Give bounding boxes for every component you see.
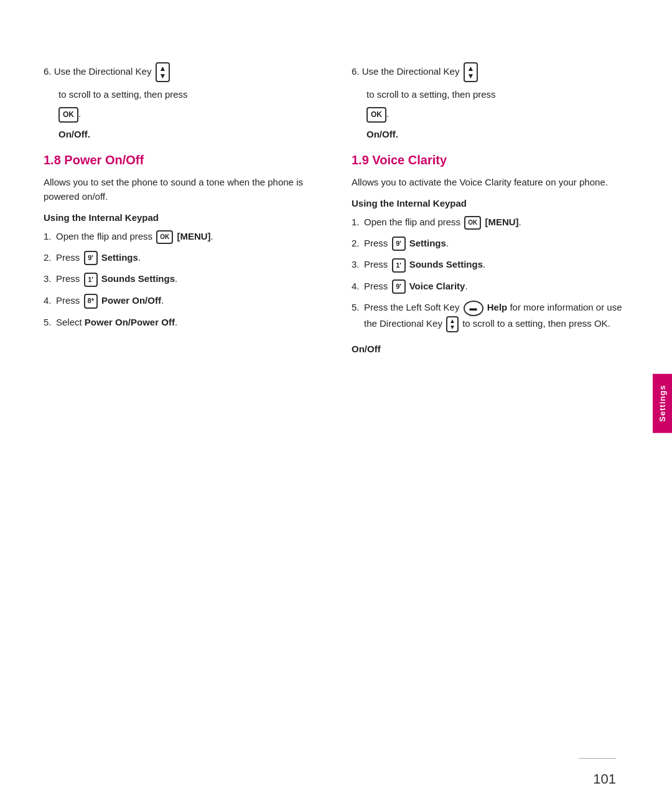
left-step-4: 4. Press 8* Power On/Off. <box>44 293 320 309</box>
divider-line <box>579 758 616 759</box>
directional-key-icon-left-intro: ▲▼ <box>156 62 170 82</box>
directional-key-icon-right-5: ▲▼ <box>446 316 459 332</box>
right-step-5: 5. Press the Left Soft Key ▬ Help for mo… <box>352 300 628 332</box>
ok-key-right-5: OK <box>594 318 608 329</box>
ok-key-left-intro: OK <box>58 107 78 123</box>
left-section-heading: 1.8 Power On/Off <box>44 153 320 167</box>
right-intro-onoff: On/Off. <box>366 129 628 139</box>
directional-key-icon-right-intro: ▲▼ <box>464 62 478 82</box>
right-intro-ok: OK. <box>366 106 628 122</box>
key-8-left-4: 8* <box>84 294 98 308</box>
left-soft-key-icon: ▬ <box>464 301 483 316</box>
left-step-3: 3. Press 1' Sounds Settings. <box>44 271 320 287</box>
right-step-4: 4. Press 9' Voice Clarity. <box>352 279 628 294</box>
left-intro-step6b: to scroll to a setting, then press <box>58 87 320 101</box>
left-intro-onoff: On/Off. <box>58 129 320 139</box>
right-section-desc: Allows you to activate the Voice Clarity… <box>352 175 628 189</box>
left-step-2: 2. Press 9' Settings. <box>44 250 320 266</box>
right-step-3: 3. Press 1' Sounds Settings. <box>352 257 628 273</box>
left-subsection-heading: Using the Internal Keypad <box>44 212 320 223</box>
page-number: 101 <box>0 765 672 787</box>
ok-key-right-intro: OK <box>366 107 386 123</box>
page-container: Settings 6. Use the Directional Key ▲▼ t… <box>0 0 672 806</box>
right-column: 6. Use the Directional Key ▲▼ to scroll … <box>352 62 628 744</box>
key-9-right-2: 9' <box>392 237 406 251</box>
left-step-5: 5. Select Power On/Power Off. <box>44 315 320 329</box>
key-9-right-4: 9' <box>392 279 406 294</box>
bottom-area: 101 <box>0 746 672 787</box>
left-intro-ok: OK. <box>58 106 320 122</box>
key-1-right-3: 1' <box>392 258 406 273</box>
left-column: 6. Use the Directional Key ▲▼ to scroll … <box>44 62 320 744</box>
right-intro-step6b: to scroll to a setting, then press <box>366 87 628 101</box>
right-intro-step6: 6. Use the Directional Key ▲▼ <box>352 62 628 82</box>
right-subsection-heading: Using the Internal Keypad <box>352 198 628 209</box>
right-step-2: 2. Press 9' Settings. <box>352 236 628 251</box>
key-1-left-3: 1' <box>84 273 98 287</box>
key-9-left-2: 9' <box>84 251 98 265</box>
right-section-heading: 1.9 Voice Clarity <box>352 153 628 167</box>
right-step-1: 1. Open the flip and press OK [MENU]. <box>352 215 628 230</box>
content-area: 6. Use the Directional Key ▲▼ to scroll … <box>0 37 672 769</box>
left-section-desc: Allows you to set the phone to sound a t… <box>44 175 320 204</box>
left-intro-step6: 6. Use the Directional Key ▲▼ <box>44 62 320 82</box>
ok-key-left-1: OK <box>156 230 173 244</box>
left-steps-list: 1. Open the flip and press OK [MENU]. 2.… <box>44 229 320 335</box>
right-section-onoff: On/Off <box>352 344 628 354</box>
left-step-1: 1. Open the flip and press OK [MENU]. <box>44 229 320 244</box>
ok-key-right-1: OK <box>464 216 481 230</box>
sidebar-tab: Settings <box>653 373 672 433</box>
right-steps-list: 1. Open the flip and press OK [MENU]. 2.… <box>352 215 628 339</box>
